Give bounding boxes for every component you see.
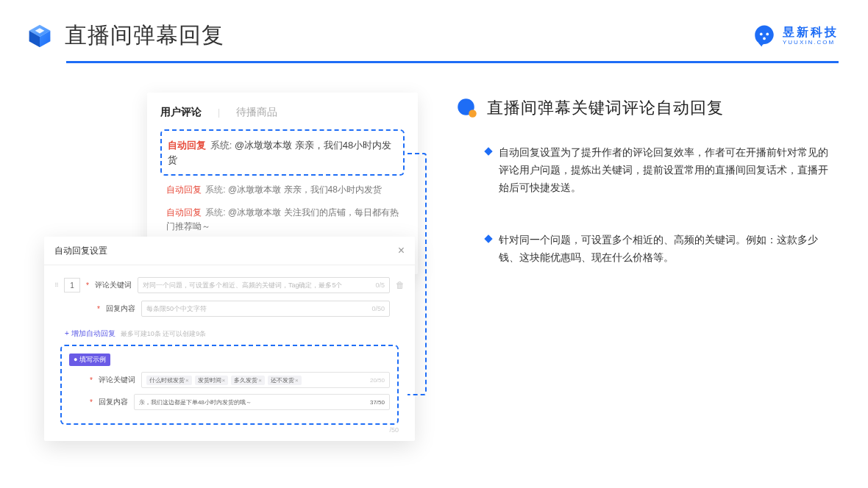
svg-point-5 <box>766 32 769 35</box>
section-title: 直播间弹幕关键词评论自动回复 <box>487 97 724 119</box>
comment-item: 自动回复 系统: @冰墩墩本墩 关注我们的店铺，每日都有热门推荐呦～ <box>160 198 405 235</box>
svg-point-4 <box>760 32 763 35</box>
comment-item: 自动回复 系统: @冰墩墩本墩 亲亲，我们48小时内发货 <box>160 176 405 198</box>
keyword-count: 0/5 <box>375 281 385 289</box>
example-content-row: * 回复内容 亲，我们这边都是下单48小时内发货的哦～ 37/50 <box>69 394 390 410</box>
svg-point-6 <box>763 37 766 40</box>
page-title: 直播间弹幕回复 <box>65 21 752 51</box>
required-star-icon: * <box>97 305 100 313</box>
example-keyword-row: * 评论关键词 什么时候发货× 发货时间× 多久发货× 还不发货× 20/50 <box>69 372 390 388</box>
section-header: 直播间弹幕关键词评论自动回复 <box>456 97 839 119</box>
chat-bubble-icon <box>456 97 478 119</box>
placeholder-text: 每条限50个中文字符 <box>146 304 207 314</box>
brand-logo-icon <box>752 24 777 49</box>
system-tag: 系统: <box>205 207 225 218</box>
auto-reply-tag: 自动回复 <box>168 140 206 151</box>
tab-pending-products[interactable]: 待播商品 <box>236 106 277 119</box>
system-tag: 系统: <box>205 184 225 195</box>
example-content-label: 回复内容 <box>99 397 128 407</box>
diamond-icon <box>484 147 492 155</box>
drag-handle-icon[interactable]: ⠿ <box>54 282 58 289</box>
content-row: * 回复内容 每条限50个中文字符 0/50 <box>54 301 405 317</box>
diamond-icon <box>484 235 492 243</box>
add-block: + 增加自动回复 最多可建10条 还可以创建9条 <box>54 324 405 342</box>
close-icon[interactable]: × <box>398 244 405 257</box>
screenshot-column: 用户评论 | 待播商品 自动回复 系统: @冰墩墩本墩 亲亲，我们48小时内发货… <box>44 93 427 460</box>
description-column: 直播间弹幕关键词评论自动回复 自动回复设置为了提升作者的评论回复效率，作者可在开… <box>456 93 839 460</box>
add-tip-text: 最多可建10条 还可以创建9条 <box>121 330 207 337</box>
brand-name: 昱新科技 <box>783 26 839 39</box>
placeholder-text: 对同一个问题，可设置多个相近、高频的关键词，Tag确定，最多5个 <box>143 281 343 290</box>
content-count: 0/50 <box>371 305 385 312</box>
keyword-row: ⠿ 1 * 评论关键词 对同一个问题，可设置多个相近、高频的关键词，Tag确定，… <box>54 277 405 293</box>
modal-body: ⠿ 1 * 评论关键词 对同一个问题，可设置多个相近、高频的关键词，Tag确定，… <box>44 265 415 441</box>
modal-header: 自动回复设置 × <box>44 237 415 265</box>
modal-title: 自动回复设置 <box>54 245 107 257</box>
example-badge: ● 填写示例 <box>69 354 110 366</box>
required-star-icon: * <box>90 398 93 406</box>
auto-reply-tag: 自动回复 <box>166 207 202 218</box>
brand-block: 昱新科技 YUUXIN.COM <box>752 24 839 49</box>
tab-divider: | <box>218 107 220 118</box>
keyword-chip[interactable]: 什么时候发货× <box>146 376 192 385</box>
highlighted-comment: 自动回复 系统: @冰墩墩本墩 亲亲，我们48小时内发货 <box>160 129 405 176</box>
auto-reply-tag: 自动回复 <box>166 184 202 195</box>
outside-count: /50 <box>389 426 399 434</box>
example-keyword-input[interactable]: 什么时候发货× 发货时间× 多久发货× 还不发货× 20/50 <box>141 372 390 388</box>
order-number: 1 <box>64 278 80 293</box>
required-star-icon: * <box>90 376 93 384</box>
connector-line <box>408 153 427 395</box>
example-content-value: 亲，我们这边都是下单48小时内发货的哦～ <box>139 398 252 406</box>
keyword-chip[interactable]: 发货时间× <box>195 376 229 385</box>
cube-icon <box>26 23 53 49</box>
comment-text: @冰墩墩本墩 亲亲，我们48小时内发货 <box>228 184 382 195</box>
svg-point-8 <box>469 110 477 118</box>
example-keyword-label: 评论关键词 <box>99 375 135 385</box>
example-keyword-count: 20/50 <box>370 377 385 384</box>
comments-tabs: 用户评论 | 待播商品 <box>160 106 405 119</box>
keyword-label: 评论关键词 <box>95 280 132 290</box>
tab-user-comments[interactable]: 用户评论 <box>160 106 202 119</box>
bullet-text: 自动回复设置为了提升作者的评论回复效率，作者可在开播前针对常见的评论用户问题，提… <box>499 144 831 196</box>
example-content-input[interactable]: 亲，我们这边都是下单48小时内发货的哦～ 37/50 <box>134 394 390 410</box>
delete-icon[interactable]: 🗑 <box>396 280 405 290</box>
keyword-chip[interactable]: 多久发货× <box>231 376 265 385</box>
page-header: 直播间弹幕回复 昱新科技 YUUXIN.COM <box>0 0 868 51</box>
auto-reply-settings-modal: 自动回复设置 × ⠿ 1 * 评论关键词 对同一个问题，可设置多个相近、高频的关… <box>44 237 415 441</box>
example-box: ● 填写示例 * 评论关键词 什么时候发货× 发货时间× 多久发货× 还不发货×… <box>60 345 399 425</box>
content-input[interactable]: 每条限50个中文字符 0/50 <box>141 301 390 317</box>
keyword-input[interactable]: 对同一个问题，可设置多个相近、高频的关键词，Tag确定，最多5个 0/5 <box>138 277 390 293</box>
keyword-chip[interactable]: 还不发货× <box>268 376 302 385</box>
content-label: 回复内容 <box>106 304 135 314</box>
bullet-text: 针对同一个问题，可设置多个相近的、高频的关键词。例如：这款多少钱、这块能优惠吗、… <box>499 232 831 267</box>
bullet-item: 针对同一个问题，可设置多个相近的、高频的关键词。例如：这款多少钱、这块能优惠吗、… <box>456 232 839 267</box>
bullet-item: 自动回复设置为了提升作者的评论回复效率，作者可在开播前针对常见的评论用户问题，提… <box>456 144 839 196</box>
system-tag: 系统: <box>210 140 232 151</box>
example-content-count: 37/50 <box>370 399 385 406</box>
add-auto-reply-link[interactable]: + 增加自动回复 <box>65 329 115 339</box>
brand-sub: YUUXIN.COM <box>783 39 839 46</box>
required-star-icon: * <box>86 281 89 290</box>
